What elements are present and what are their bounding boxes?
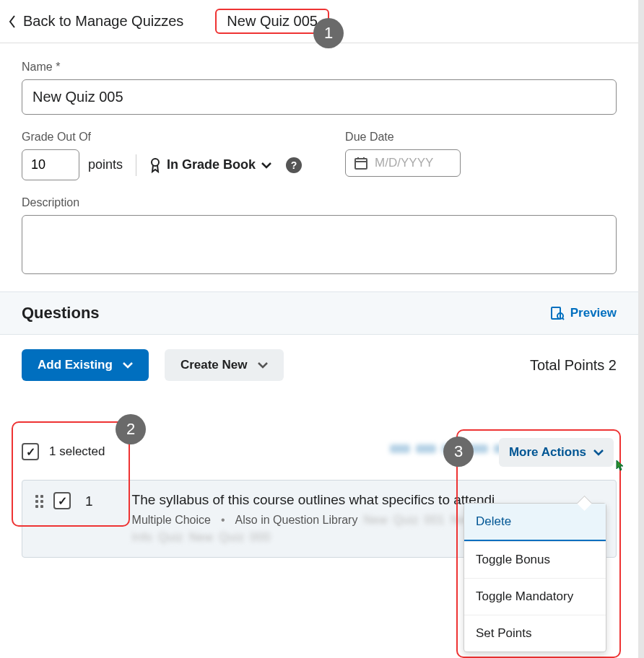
ribbon-icon xyxy=(149,157,161,173)
in-gradebook-label: In Grade Book xyxy=(167,157,256,172)
chevron-down-icon xyxy=(258,361,268,369)
in-gradebook-button[interactable]: In Grade Book xyxy=(149,157,271,173)
svg-line-7 xyxy=(562,318,564,320)
redacted-text: Info Quiz New Quiz 000 xyxy=(132,531,271,544)
chevron-down-icon xyxy=(123,361,133,369)
points-text: points xyxy=(88,157,123,172)
dropdown-item-delete[interactable]: Delete xyxy=(464,504,606,541)
more-actions-label: More Actions xyxy=(509,445,586,460)
preview-button[interactable]: Preview xyxy=(550,306,617,320)
help-icon[interactable]: ? xyxy=(286,157,302,173)
grade-label: Grade Out Of xyxy=(22,131,302,144)
quiz-title-display: New Quiz 005 xyxy=(215,9,329,34)
question-library-label: Also in Question Library xyxy=(235,514,358,527)
svg-rect-1 xyxy=(355,159,367,169)
chevron-down-icon xyxy=(261,162,271,169)
chevron-down-icon xyxy=(593,449,604,456)
separator xyxy=(136,154,136,176)
more-actions-button[interactable]: More Actions xyxy=(499,438,614,467)
create-new-label: Create New xyxy=(180,358,248,372)
grade-input[interactable] xyxy=(22,149,79,180)
selected-count-text: 1 selected xyxy=(49,444,105,459)
annotation-badge-2: 2 xyxy=(116,414,146,444)
create-new-button[interactable]: Create New xyxy=(165,349,284,381)
cursor-pointer-icon xyxy=(612,459,627,473)
questions-heading: Questions xyxy=(22,304,100,323)
dropdown-item-toggle-bonus[interactable]: Toggle Bonus xyxy=(464,541,606,578)
chevron-left-icon xyxy=(9,15,16,28)
description-input[interactable] xyxy=(22,215,617,274)
due-date-label: Due Date xyxy=(345,131,461,144)
dropdown-item-set-points[interactable]: Set Points xyxy=(464,615,606,652)
preview-icon xyxy=(550,306,565,320)
back-button[interactable]: Back to Manage Quizzes xyxy=(9,13,183,30)
back-label: Back to Manage Quizzes xyxy=(23,13,183,30)
total-points-text: Total Points 2 xyxy=(530,357,617,374)
annotation-badge-3: 3 xyxy=(443,437,474,467)
annotation-badge-1: 1 xyxy=(313,18,344,48)
question-type: Multiple Choice xyxy=(132,514,211,527)
select-all-checkbox[interactable]: ✓ xyxy=(22,443,39,460)
more-actions-dropdown: Delete Toggle Bonus Toggle Mandatory Set… xyxy=(464,503,606,652)
quiz-title-text: New Quiz 005 xyxy=(227,13,318,29)
due-date-placeholder: M/D/YYYY xyxy=(375,156,433,170)
selection-summary-row: ✓ 1 selected xyxy=(22,443,105,460)
preview-label: Preview xyxy=(570,306,617,320)
add-existing-label: Add Existing xyxy=(38,358,113,372)
description-label: Description xyxy=(22,196,617,209)
svg-point-0 xyxy=(152,159,159,166)
calendar-icon xyxy=(354,157,367,170)
question-number: 1 xyxy=(85,492,93,509)
name-label: Name * xyxy=(22,61,617,74)
drag-handle-icon[interactable] xyxy=(35,492,43,508)
dropdown-item-toggle-mandatory[interactable]: Toggle Mandatory xyxy=(464,578,606,615)
due-date-input[interactable]: M/D/YYYY xyxy=(345,149,461,177)
name-input[interactable] xyxy=(22,79,617,115)
question-checkbox[interactable]: ✓ xyxy=(53,492,71,509)
add-existing-button[interactable]: Add Existing xyxy=(22,349,149,381)
annotation-more-actions-highlight: More Actions Delete Toggle Bonus Toggle … xyxy=(456,429,621,658)
